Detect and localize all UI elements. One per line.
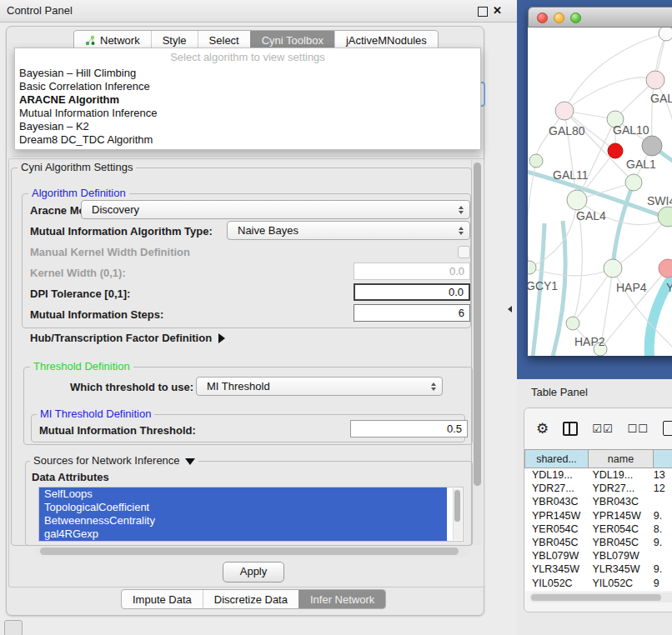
stepper-arrows-icon bbox=[431, 382, 436, 391]
network-node[interactable] bbox=[555, 102, 574, 120]
table-row[interactable]: YDL19...YDL19...13 bbox=[525, 468, 672, 482]
kernel-width-input[interactable] bbox=[354, 262, 470, 280]
network-node[interactable] bbox=[529, 154, 543, 168]
apply-button[interactable]: Apply bbox=[223, 562, 284, 582]
select-none-icon[interactable]: ☐☐ bbox=[628, 422, 649, 435]
splitter-collapse-arrow[interactable] bbox=[508, 306, 512, 312]
attribute-item[interactable]: BetweennessCentrality bbox=[39, 514, 447, 528]
algorithm-option[interactable]: ARACNE Algorithm bbox=[15, 93, 480, 107]
restore-panel-icon[interactable] bbox=[4, 620, 23, 635]
table-row[interactable]: YPR145WYPR145W9. bbox=[525, 509, 672, 522]
tab-impute-data[interactable]: Impute Data bbox=[122, 590, 203, 608]
attribute-item[interactable]: SelfLoops bbox=[39, 488, 447, 501]
table-cell: YDL19... bbox=[587, 468, 650, 482]
network-node[interactable] bbox=[646, 71, 664, 89]
network-node[interactable] bbox=[528, 261, 536, 274]
tab-infer-network[interactable]: Infer Network bbox=[298, 590, 385, 608]
table-cell: YLR345W bbox=[587, 562, 650, 576]
aracne-mode-select[interactable]: Discovery bbox=[81, 200, 470, 219]
algorithm-option[interactable]: Bayesian – K2 bbox=[15, 120, 480, 133]
network-window-titlebar[interactable] bbox=[528, 7, 672, 28]
tab-cyni-toolbox[interactable]: Cyni Toolbox bbox=[250, 31, 334, 49]
close-panel-icon[interactable]: ✕ bbox=[493, 4, 502, 17]
select-all-icon[interactable]: ☑☑ bbox=[592, 422, 613, 435]
tab-discretize-data[interactable]: Discretize Data bbox=[203, 590, 298, 608]
table-cell: YDR27... bbox=[587, 482, 650, 495]
network-node[interactable] bbox=[625, 174, 642, 191]
attribute-item[interactable]: gal4RGexp bbox=[39, 528, 447, 541]
table-panel-title: Table Panel bbox=[531, 379, 588, 406]
network-view-window: GALGAL80GAL10GAL1GAL11SWI4GAL4GCY1HAP4YH… bbox=[528, 7, 672, 356]
table-horizontal-scrollbar[interactable] bbox=[529, 592, 672, 602]
table-row[interactable]: YBR043CYBR043C bbox=[525, 495, 672, 508]
algorithm-option[interactable]: Mutual Information Inference bbox=[15, 107, 480, 120]
mi-threshold-input[interactable] bbox=[350, 420, 468, 438]
window-minimize-button[interactable] bbox=[554, 12, 564, 23]
manual-kernel-checkbox[interactable] bbox=[458, 246, 470, 258]
gear-icon[interactable]: ⚙ bbox=[536, 422, 549, 436]
kernel-width-label: Kernel Width (0,1): bbox=[30, 267, 126, 279]
document-icon[interactable] bbox=[663, 421, 672, 436]
table-row[interactable]: YLR345WYLR345W9. bbox=[525, 562, 672, 576]
table-horizontal-scrollbar-thumb[interactable] bbox=[531, 594, 661, 601]
table-cell: 9. bbox=[651, 562, 672, 576]
horizontal-scrollbar[interactable] bbox=[35, 546, 470, 557]
network-canvas[interactable]: GALGAL80GAL10GAL1GAL11SWI4GAL4GCY1HAP4YH… bbox=[528, 28, 672, 356]
threshold-definition-title: Threshold Definition bbox=[30, 360, 133, 372]
table-row[interactable]: YER054CYER054C8. bbox=[525, 522, 672, 536]
network-node[interactable] bbox=[658, 207, 672, 227]
table-cell: YBR043C bbox=[525, 495, 587, 508]
table-row[interactable]: YDR27...YDR27...12 bbox=[525, 482, 672, 495]
node-label: Y bbox=[666, 281, 672, 294]
tab-network[interactable]: Network bbox=[74, 31, 151, 49]
table-cell: YDL19... bbox=[525, 468, 587, 482]
columns-icon[interactable] bbox=[563, 422, 578, 436]
network-node[interactable] bbox=[604, 259, 622, 278]
mi-steps-label: Mutual Information Steps: bbox=[30, 308, 163, 321]
node-label: GAL11 bbox=[553, 168, 589, 182]
divider bbox=[12, 156, 479, 157]
network-node[interactable] bbox=[659, 259, 672, 278]
table-cell: YLR345W bbox=[525, 562, 587, 576]
attributes-scrollbar[interactable] bbox=[453, 488, 462, 540]
table-toolbar: ⚙ ☑☑ ☐☐ bbox=[536, 417, 672, 440]
cyni-settings-group-title: Cyni Algorithm Settings bbox=[18, 161, 136, 173]
column-header[interactable]: shared... bbox=[524, 449, 589, 468]
attributes-scrollbar-thumb[interactable] bbox=[454, 490, 460, 522]
dpi-tolerance-input[interactable] bbox=[354, 283, 470, 301]
table-rows: YDL19...YDL19...13YDR27...YDR27...12YBR0… bbox=[525, 468, 672, 591]
which-threshold-select[interactable]: MI Threshold bbox=[196, 377, 443, 396]
table-row[interactable]: YBR045CYBR045C9. bbox=[525, 536, 672, 549]
tab-jactivemnodules[interactable]: jActiveMNodules bbox=[334, 31, 438, 49]
node-label: GCY1 bbox=[528, 279, 558, 292]
mi-algorithm-type-select[interactable]: Naive Bayes bbox=[227, 221, 470, 240]
vertical-scrollbar-thumb[interactable] bbox=[474, 162, 481, 486]
hub-section-toggle[interactable]: Hub/Transcription Factor Definition bbox=[30, 332, 225, 344]
algorithm-dropdown-prompt: Select algorithm to view settings bbox=[15, 48, 480, 67]
network-node[interactable] bbox=[642, 136, 662, 156]
window-zoom-button[interactable] bbox=[570, 12, 581, 23]
network-node[interactable] bbox=[659, 28, 672, 41]
column-header[interactable]: name bbox=[589, 449, 654, 468]
algorithm-option[interactable]: Bayesian – Hill Climbing bbox=[15, 67, 480, 80]
attribute-item[interactable]: TopologicalCoefficient bbox=[39, 501, 447, 514]
data-attributes-label: Data Attributes bbox=[32, 471, 109, 483]
table-cell: YIL052C bbox=[587, 577, 650, 590]
algorithm-option[interactable]: Dream8 DC_TDC Algorithm bbox=[15, 133, 480, 147]
column-header[interactable] bbox=[654, 449, 672, 468]
network-node[interactable] bbox=[608, 143, 623, 158]
tab-style[interactable]: Style bbox=[151, 31, 198, 49]
mi-steps-input[interactable] bbox=[354, 304, 470, 322]
algorithm-option[interactable]: Basic Correlation Inference bbox=[15, 80, 480, 93]
sources-group-toggle[interactable]: Sources for Network Inference bbox=[30, 454, 198, 467]
table-cell bbox=[651, 549, 672, 562]
table-row[interactable]: YIL052CYIL052C9 bbox=[525, 577, 672, 590]
window-close-button[interactable] bbox=[537, 12, 548, 23]
horizontal-scrollbar-thumb[interactable] bbox=[40, 548, 459, 555]
network-node[interactable] bbox=[566, 317, 579, 330]
float-panel-icon[interactable] bbox=[478, 7, 488, 17]
tab-select[interactable]: Select bbox=[198, 31, 250, 49]
network-node[interactable] bbox=[567, 190, 587, 210]
which-threshold-label: Which threshold to use: bbox=[70, 381, 193, 393]
table-row[interactable]: YBL079WYBL079W bbox=[525, 549, 672, 562]
